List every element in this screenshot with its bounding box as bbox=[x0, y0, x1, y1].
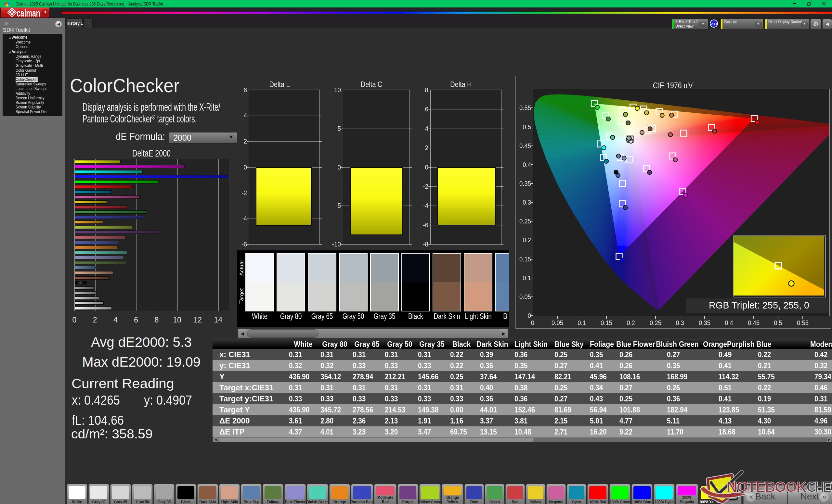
svg-text:NOTEBOOK: NOTEBOOK bbox=[727, 479, 807, 495]
svg-text:CHECK: CHECK bbox=[806, 479, 832, 495]
